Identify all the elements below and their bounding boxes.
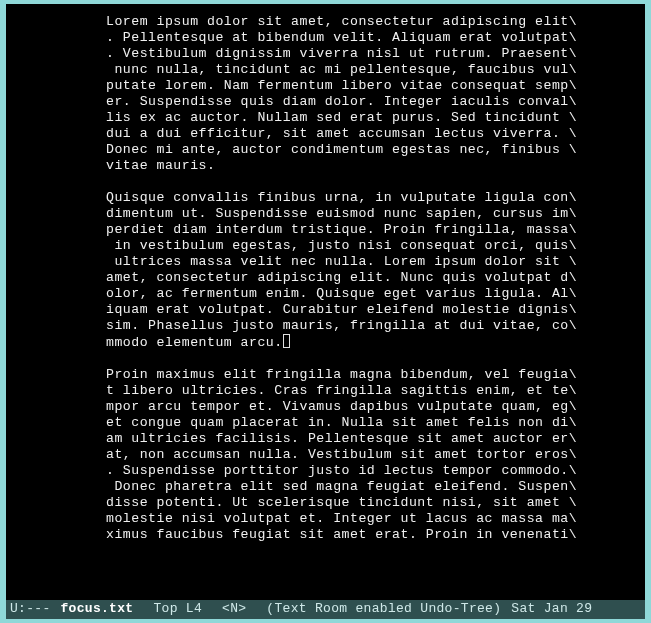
text-line: mpor arcu tempor et. Vivamus dapibus vul… (106, 399, 625, 415)
text-line: Proin maximus elit fringilla magna biben… (106, 367, 625, 383)
text-line: olor, ac fermentum enim. Quisque eget va… (106, 286, 625, 302)
modeline-date: Sat Jan 29 (511, 601, 592, 616)
text-line: mmodo elementum arcu. (106, 334, 625, 351)
text-line: ultrices massa velit nec nulla. Lorem ip… (106, 254, 625, 270)
text-line: et congue quam placerat in. Nulla sit am… (106, 415, 625, 431)
text-line: am ultricies facilisis. Pellentesque sit… (106, 431, 625, 447)
text-line: Quisque convallis finibus urna, in vulpu… (106, 190, 625, 206)
text-line: Donec pharetra elit sed magna feugiat el… (106, 479, 625, 495)
text-line: t libero ultricies. Cras fringilla sagit… (106, 383, 625, 399)
text-line: dui a dui efficitur, sit amet accumsan l… (106, 126, 625, 142)
text-line: vitae mauris. (106, 158, 625, 174)
modeline: U:---focus.txtTop L4<N>(Text Room enable… (6, 600, 645, 619)
text-line: disse potenti. Ut scelerisque tincidunt … (106, 495, 625, 511)
modeline-minor-modes: (Text Room enabled Undo-Tree) (266, 601, 501, 616)
paragraph: Lorem ipsum dolor sit amet, consectetur … (106, 14, 625, 174)
modeline-filename: focus.txt (61, 601, 134, 616)
text-cursor (283, 334, 290, 348)
text-line: sim. Phasellus justo mauris, fringilla a… (106, 318, 625, 334)
text-line: er. Suspendisse quis diam dolor. Integer… (106, 94, 625, 110)
paragraph: Proin maximus elit fringilla magna biben… (106, 367, 625, 543)
text-line: perdiet diam interdum tristique. Proin f… (106, 222, 625, 238)
text-line: molestie nisi volutpat et. Integer ut la… (106, 511, 625, 527)
text-line: ximus faucibus feugiat sit amet erat. Pr… (106, 527, 625, 543)
text-line: iquam erat volutpat. Curabitur eleifend … (106, 302, 625, 318)
modeline-status: U:--- (10, 601, 51, 616)
modeline-mode: <N> (222, 601, 246, 616)
text-buffer[interactable]: Lorem ipsum dolor sit amet, consectetur … (6, 4, 645, 600)
modeline-position: Top L4 (153, 601, 202, 616)
text-line: at, non accumsan nulla. Vestibulum sit a… (106, 447, 625, 463)
text-line: putate lorem. Nam fermentum libero vitae… (106, 78, 625, 94)
text-line: in vestibulum egestas, justo nisi conseq… (106, 238, 625, 254)
text-line: Donec mi ante, auctor condimentum egesta… (106, 142, 625, 158)
editor-frame: Lorem ipsum dolor sit amet, consectetur … (6, 4, 645, 619)
text-line: amet, consectetur adipiscing elit. Nunc … (106, 270, 625, 286)
text-line: . Suspendisse porttitor justo id lectus … (106, 463, 625, 479)
text-line: nunc nulla, tincidunt ac mi pellentesque… (106, 62, 625, 78)
text-line: lis ex ac auctor. Nullam sed erat purus.… (106, 110, 625, 126)
text-line: . Vestibulum dignissim viverra nisl ut r… (106, 46, 625, 62)
text-line: dimentum ut. Suspendisse euismod nunc sa… (106, 206, 625, 222)
text-line: Lorem ipsum dolor sit amet, consectetur … (106, 14, 625, 30)
paragraph: Quisque convallis finibus urna, in vulpu… (106, 190, 625, 351)
text-line: . Pellentesque at bibendum velit. Aliqua… (106, 30, 625, 46)
